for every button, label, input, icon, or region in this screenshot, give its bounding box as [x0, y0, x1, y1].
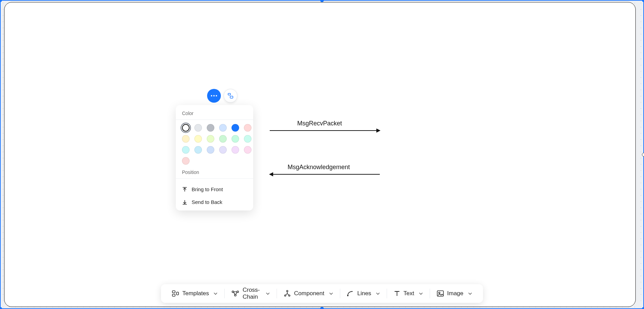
color-swatch[interactable]	[244, 124, 251, 132]
chevron-down-icon	[266, 292, 270, 295]
lines-icon	[347, 290, 354, 297]
svg-rect-5	[172, 291, 175, 293]
svg-point-16	[439, 292, 440, 293]
selection-actions	[207, 89, 237, 103]
ungroup-button[interactable]	[224, 89, 237, 103]
send-back-icon	[182, 199, 187, 205]
color-swatch[interactable]	[232, 135, 239, 143]
svg-point-2	[216, 95, 217, 96]
context-panel: Color Position Bring to Front Send to Ba…	[176, 105, 253, 210]
color-swatch[interactable]	[207, 146, 214, 154]
templates-icon	[172, 290, 179, 297]
text-label: Text	[404, 290, 414, 297]
svg-rect-7	[176, 292, 179, 295]
arrow-msgacknowledgement[interactable]	[270, 174, 380, 175]
canvas[interactable]: Chain B MsgRecvPacket MsgAcknowledgement	[0, 0, 644, 309]
color-swatch[interactable]	[207, 124, 214, 132]
svg-rect-6	[172, 294, 175, 296]
color-swatch[interactable]	[244, 146, 251, 154]
color-swatch[interactable]	[207, 135, 214, 143]
image-tool[interactable]: Image	[430, 284, 479, 303]
send-to-back-item[interactable]: Send to Back	[176, 196, 253, 208]
lines-label: Lines	[357, 290, 371, 297]
color-swatch[interactable]	[219, 124, 227, 132]
resize-handle[interactable]	[0, 307, 2, 309]
resize-handle[interactable]	[642, 307, 644, 309]
cross-chain-tool[interactable]: Cross-Chain	[225, 284, 277, 303]
arrowhead-icon	[376, 128, 380, 133]
color-swatch[interactable]	[194, 124, 202, 132]
color-swatch[interactable]	[182, 157, 190, 165]
component-tool[interactable]: Component	[277, 284, 340, 303]
color-swatch[interactable]	[232, 124, 239, 132]
chevron-down-icon	[214, 292, 217, 295]
position-section-title: Position	[176, 169, 253, 178]
chevron-down-icon	[419, 292, 423, 295]
color-swatch[interactable]	[194, 146, 202, 154]
svg-point-0	[211, 95, 212, 96]
cross-chain-label: Cross-Chain	[243, 287, 261, 300]
image-label: Image	[447, 290, 463, 297]
resize-handle[interactable]	[320, 307, 324, 309]
bring-to-front-item[interactable]: Bring to Front	[176, 183, 253, 196]
chain-a-card	[4, 2, 636, 307]
arrow-label-msgacknowledgement: MsgAcknowledgement	[288, 164, 350, 171]
more-actions-button[interactable]	[207, 89, 221, 103]
image-icon	[437, 290, 444, 297]
ellipsis-icon	[211, 95, 217, 96]
color-swatch[interactable]	[219, 146, 227, 154]
ungroup-icon	[227, 93, 234, 99]
chevron-down-icon	[468, 292, 472, 295]
divider	[176, 120, 253, 120]
color-section-title: Color	[176, 111, 253, 120]
color-swatch[interactable]	[244, 135, 251, 143]
color-swatch-grid	[176, 124, 253, 169]
chevron-down-icon	[376, 292, 380, 295]
bottom-toolbar: Templates Cross-Chain Component Lines Te…	[161, 284, 483, 303]
divider	[176, 178, 253, 179]
svg-rect-3	[228, 93, 230, 95]
connection-handle[interactable]	[642, 153, 644, 156]
cross-chain-icon	[232, 290, 239, 297]
chevron-down-icon	[329, 292, 333, 295]
templates-label: Templates	[182, 290, 209, 297]
component-icon	[284, 290, 291, 297]
color-swatch[interactable]	[182, 124, 190, 132]
color-swatch[interactable]	[182, 135, 190, 143]
svg-rect-4	[230, 96, 233, 98]
bring-front-icon	[182, 187, 187, 192]
resize-handle[interactable]	[642, 0, 644, 2]
component-label: Component	[294, 290, 324, 297]
arrowhead-icon	[269, 172, 273, 176]
color-swatch[interactable]	[194, 135, 202, 143]
svg-point-1	[213, 95, 215, 96]
templates-tool[interactable]: Templates	[165, 284, 224, 303]
svg-point-14	[347, 295, 348, 296]
color-swatch[interactable]	[182, 146, 190, 154]
bring-to-front-label: Bring to Front	[192, 186, 223, 192]
svg-point-11	[287, 290, 288, 292]
arrow-label-msgrecvpacket: MsgRecvPacket	[297, 120, 342, 127]
color-swatch[interactable]	[219, 135, 227, 143]
send-to-back-label: Send to Back	[192, 199, 222, 205]
lines-tool[interactable]: Lines	[340, 284, 387, 303]
arrow-msgrecvpacket[interactable]	[270, 130, 380, 131]
chain-a-node-selected[interactable]	[0, 0, 84, 99]
resize-handle[interactable]	[0, 0, 2, 2]
text-tool[interactable]: Text	[387, 284, 430, 303]
text-icon	[394, 290, 400, 297]
color-swatch[interactable]	[232, 146, 239, 154]
